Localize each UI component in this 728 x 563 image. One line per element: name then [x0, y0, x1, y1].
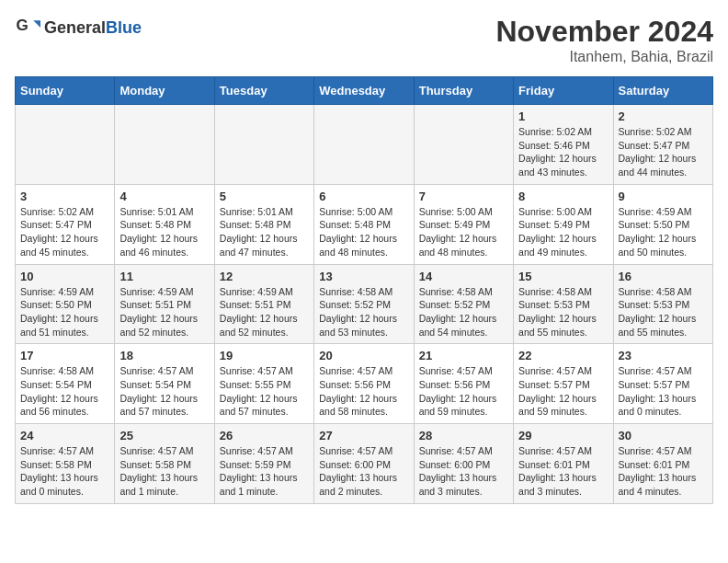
day-info: Sunrise: 5:02 AM Sunset: 5:47 PM Dayligh…	[20, 205, 109, 259]
day-info: Sunrise: 4:57 AM Sunset: 5:54 PM Dayligh…	[119, 364, 209, 419]
calendar-cell: 10Sunrise: 4:59 AM Sunset: 5:50 PM Dayli…	[16, 264, 115, 344]
calendar-cell: 7Sunrise: 5:00 AM Sunset: 5:49 PM Daylig…	[414, 184, 513, 264]
calendar-cell	[414, 105, 513, 185]
calendar-cell: 13Sunrise: 4:58 AM Sunset: 5:52 PM Dayli…	[314, 264, 414, 344]
calendar-cell: 15Sunrise: 4:58 AM Sunset: 5:53 PM Dayli…	[514, 264, 613, 344]
day-info: Sunrise: 5:02 AM Sunset: 5:46 PM Dayligh…	[518, 125, 608, 179]
calendar-cell: 30Sunrise: 4:57 AM Sunset: 6:01 PM Dayli…	[613, 424, 712, 504]
calendar-cell	[16, 105, 115, 185]
calendar-cell: 3Sunrise: 5:02 AM Sunset: 5:47 PM Daylig…	[16, 184, 115, 264]
calendar-header-row: SundayMondayTuesdayWednesdayThursdayFrid…	[16, 77, 713, 105]
day-info: Sunrise: 5:00 AM Sunset: 5:49 PM Dayligh…	[419, 205, 508, 259]
logo-icon: G	[15, 15, 40, 40]
calendar-cell: 11Sunrise: 4:59 AM Sunset: 5:51 PM Dayli…	[115, 264, 214, 344]
page-title: November 2024	[495, 15, 713, 49]
day-info: Sunrise: 4:59 AM Sunset: 5:51 PM Dayligh…	[119, 285, 209, 339]
calendar-cell: 20Sunrise: 4:57 AM Sunset: 5:56 PM Dayli…	[314, 344, 414, 424]
svg-marker-1	[33, 20, 40, 28]
day-info: Sunrise: 4:58 AM Sunset: 5:52 PM Dayligh…	[419, 285, 508, 339]
day-info: Sunrise: 4:57 AM Sunset: 5:57 PM Dayligh…	[619, 364, 708, 419]
calendar-cell: 28Sunrise: 4:57 AM Sunset: 6:00 PM Dayli…	[414, 424, 513, 504]
day-number: 23	[619, 349, 708, 362]
calendar-week-row: 3Sunrise: 5:02 AM Sunset: 5:47 PM Daylig…	[16, 184, 713, 264]
day-info: Sunrise: 4:59 AM Sunset: 5:50 PM Dayligh…	[619, 205, 708, 259]
day-number: 20	[319, 349, 408, 362]
day-info: Sunrise: 4:58 AM Sunset: 5:53 PM Dayligh…	[619, 285, 708, 339]
day-info: Sunrise: 4:57 AM Sunset: 6:00 PM Dayligh…	[419, 444, 508, 499]
day-number: 12	[220, 270, 309, 283]
day-info: Sunrise: 4:58 AM Sunset: 5:54 PM Dayligh…	[20, 364, 109, 419]
day-number: 28	[419, 429, 508, 442]
day-number: 6	[319, 190, 408, 203]
day-number: 15	[518, 270, 608, 283]
calendar-cell: 23Sunrise: 4:57 AM Sunset: 5:57 PM Dayli…	[613, 344, 712, 424]
day-number: 4	[119, 190, 209, 203]
day-info: Sunrise: 5:00 AM Sunset: 5:49 PM Dayligh…	[518, 205, 608, 259]
day-number: 3	[20, 190, 109, 203]
page-subtitle: Itanhem, Bahia, Brazil	[495, 49, 713, 65]
calendar-cell: 5Sunrise: 5:01 AM Sunset: 5:48 PM Daylig…	[214, 184, 313, 264]
day-info: Sunrise: 4:57 AM Sunset: 5:56 PM Dayligh…	[419, 364, 508, 419]
day-info: Sunrise: 4:57 AM Sunset: 5:58 PM Dayligh…	[119, 444, 209, 499]
day-info: Sunrise: 4:58 AM Sunset: 5:52 PM Dayligh…	[319, 285, 408, 339]
calendar-cell: 21Sunrise: 4:57 AM Sunset: 5:56 PM Dayli…	[414, 344, 513, 424]
calendar-week-row: 1Sunrise: 5:02 AM Sunset: 5:46 PM Daylig…	[16, 105, 713, 185]
day-number: 14	[419, 270, 508, 283]
calendar-cell: 16Sunrise: 4:58 AM Sunset: 5:53 PM Dayli…	[613, 264, 712, 344]
header-saturday: Saturday	[613, 77, 712, 105]
day-number: 17	[20, 349, 109, 362]
day-info: Sunrise: 4:58 AM Sunset: 5:53 PM Dayligh…	[518, 285, 608, 339]
calendar-cell: 4Sunrise: 5:01 AM Sunset: 5:48 PM Daylig…	[115, 184, 214, 264]
day-number: 16	[619, 270, 708, 283]
day-number: 2	[619, 109, 708, 123]
day-number: 19	[220, 349, 309, 362]
calendar-cell: 9Sunrise: 4:59 AM Sunset: 5:50 PM Daylig…	[613, 184, 712, 264]
header-tuesday: Tuesday	[214, 77, 313, 105]
day-info: Sunrise: 5:01 AM Sunset: 5:48 PM Dayligh…	[220, 205, 309, 259]
day-number: 8	[518, 190, 608, 203]
calendar-week-row: 10Sunrise: 4:59 AM Sunset: 5:50 PM Dayli…	[16, 264, 713, 344]
day-info: Sunrise: 4:57 AM Sunset: 6:01 PM Dayligh…	[518, 444, 608, 499]
calendar-cell: 18Sunrise: 4:57 AM Sunset: 5:54 PM Dayli…	[115, 344, 214, 424]
calendar-cell: 1Sunrise: 5:02 AM Sunset: 5:46 PM Daylig…	[514, 105, 613, 185]
calendar-cell: 22Sunrise: 4:57 AM Sunset: 5:57 PM Dayli…	[514, 344, 613, 424]
day-number: 7	[419, 190, 508, 203]
calendar-cell: 12Sunrise: 4:59 AM Sunset: 5:51 PM Dayli…	[214, 264, 313, 344]
day-number: 9	[619, 190, 708, 203]
day-number: 30	[619, 429, 708, 442]
header-friday: Friday	[514, 77, 613, 105]
day-info: Sunrise: 5:01 AM Sunset: 5:48 PM Dayligh…	[119, 205, 209, 259]
calendar-cell: 26Sunrise: 4:57 AM Sunset: 5:59 PM Dayli…	[214, 424, 313, 504]
day-number: 5	[220, 190, 309, 203]
calendar-cell: 8Sunrise: 5:00 AM Sunset: 5:49 PM Daylig…	[514, 184, 613, 264]
calendar-cell: 27Sunrise: 4:57 AM Sunset: 6:00 PM Dayli…	[314, 424, 414, 504]
calendar-week-row: 17Sunrise: 4:58 AM Sunset: 5:54 PM Dayli…	[16, 344, 713, 424]
day-info: Sunrise: 4:59 AM Sunset: 5:51 PM Dayligh…	[220, 285, 309, 339]
day-info: Sunrise: 5:00 AM Sunset: 5:48 PM Dayligh…	[319, 205, 408, 259]
day-number: 18	[119, 349, 209, 362]
day-number: 26	[220, 429, 309, 442]
title-area: November 2024 Itanhem, Bahia, Brazil	[495, 15, 713, 65]
header-thursday: Thursday	[414, 77, 513, 105]
calendar-cell: 6Sunrise: 5:00 AM Sunset: 5:48 PM Daylig…	[314, 184, 414, 264]
day-number: 1	[518, 109, 608, 123]
calendar-cell: 17Sunrise: 4:58 AM Sunset: 5:54 PM Dayli…	[16, 344, 115, 424]
day-number: 11	[119, 270, 209, 283]
calendar-cell: 24Sunrise: 4:57 AM Sunset: 5:58 PM Dayli…	[16, 424, 115, 504]
header-wednesday: Wednesday	[314, 77, 414, 105]
day-number: 27	[319, 429, 408, 442]
calendar-cell	[115, 105, 214, 185]
calendar-cell	[314, 105, 414, 185]
day-info: Sunrise: 4:57 AM Sunset: 5:57 PM Dayligh…	[518, 364, 608, 419]
logo: G GeneralBlue	[15, 15, 142, 40]
day-number: 10	[20, 270, 109, 283]
day-number: 25	[119, 429, 209, 442]
calendar-table: SundayMondayTuesdayWednesdayThursdayFrid…	[15, 76, 713, 504]
day-number: 22	[518, 349, 608, 362]
calendar-cell	[214, 105, 313, 185]
day-number: 13	[319, 270, 408, 283]
day-info: Sunrise: 5:02 AM Sunset: 5:47 PM Dayligh…	[619, 125, 708, 179]
day-info: Sunrise: 4:57 AM Sunset: 5:59 PM Dayligh…	[220, 444, 309, 499]
calendar-cell: 29Sunrise: 4:57 AM Sunset: 6:01 PM Dayli…	[514, 424, 613, 504]
header: G GeneralBlue November 2024 Itanhem, Bah…	[15, 15, 713, 65]
